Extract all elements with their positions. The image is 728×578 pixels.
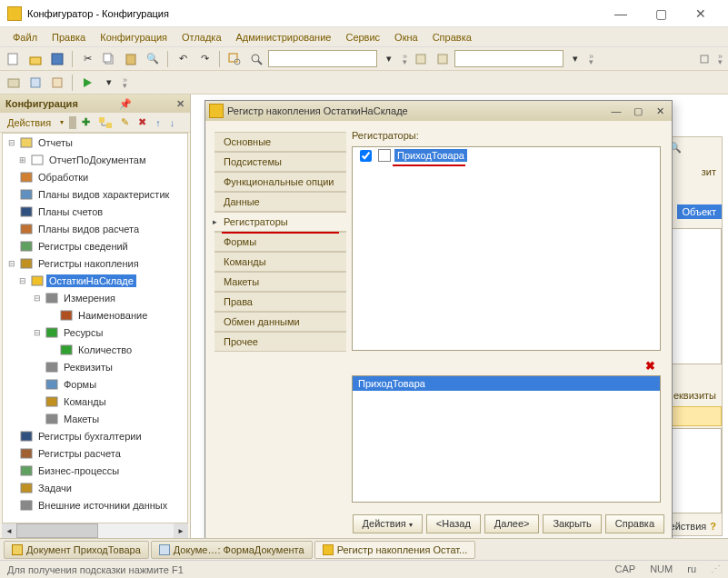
copy-button[interactable] xyxy=(99,49,119,69)
tree-item[interactable]: ⊟Измерения xyxy=(3,289,187,306)
menu-file[interactable]: Файл xyxy=(7,30,43,45)
expand-icon[interactable]: ⊟ xyxy=(6,259,17,268)
window-tab-3[interactable]: Регистр накопления Остат... xyxy=(314,541,476,559)
prop-tab-9[interactable]: Обмен данными xyxy=(214,312,346,332)
back-object-tab[interactable]: Объект xyxy=(677,204,722,219)
dialog-minimize-button[interactable]: — xyxy=(608,104,624,118)
tree-item[interactable]: Бизнес-процессы xyxy=(3,462,187,479)
prop-tab-8[interactable]: Права xyxy=(214,292,346,312)
open-button[interactable] xyxy=(25,49,45,69)
scroll-thumb[interactable] xyxy=(16,523,98,538)
cut-button[interactable]: ✂ xyxy=(77,49,97,69)
expand-icon[interactable]: ⊟ xyxy=(17,276,28,285)
menu-help[interactable]: Справка xyxy=(427,30,477,45)
tree-item[interactable]: ⊟Ресурсы xyxy=(3,324,187,341)
add-item-button[interactable]: ✚ xyxy=(78,116,94,128)
undo-button[interactable]: ↶ xyxy=(173,49,193,69)
redo-button[interactable]: ↷ xyxy=(194,49,214,69)
add-sub-button[interactable] xyxy=(95,117,115,128)
menu-edit[interactable]: Правка xyxy=(46,30,91,45)
status-lang[interactable]: ru xyxy=(687,563,696,575)
expand-icon[interactable]: ⊟ xyxy=(32,294,43,303)
panel-pin-icon[interactable]: 📌 xyxy=(119,98,132,110)
config-button-2[interactable] xyxy=(25,73,45,93)
tree-item[interactable]: Внешние источники данных xyxy=(3,496,187,513)
actions-menu[interactable]: Действия xyxy=(4,117,55,128)
window-tab-2[interactable]: Докуме…: ФормаДокумента xyxy=(151,541,313,559)
tree-item[interactable]: ⊟Регистры накопления xyxy=(3,254,187,272)
back-button[interactable]: <Назад xyxy=(426,514,481,533)
delete-button[interactable]: ✖ xyxy=(135,116,150,128)
expand-icon[interactable]: ⊞ xyxy=(17,155,28,164)
tree-item[interactable]: Обработки xyxy=(3,168,187,185)
overflow-1[interactable]: »▾ xyxy=(401,54,409,65)
registrator-name[interactable]: ПриходТовара xyxy=(394,149,467,162)
dialog-maximize-button[interactable]: ▢ xyxy=(630,104,646,118)
prop-tab-2[interactable]: Функциональные опции xyxy=(214,172,346,192)
tree-item[interactable]: Планы видов характеристик xyxy=(3,185,187,203)
tree-item[interactable]: Команды xyxy=(3,393,187,410)
run-button[interactable] xyxy=(77,73,97,93)
prop-tab-3[interactable]: Данные xyxy=(214,192,346,212)
back-help-icon[interactable]: ? xyxy=(710,521,716,532)
drop1-button[interactable]: ▾ xyxy=(379,49,399,69)
prop-tab-7[interactable]: Макеты xyxy=(214,272,346,292)
tree-item[interactable]: Формы xyxy=(3,375,187,393)
scroll-left-icon[interactable]: ◄ xyxy=(2,523,16,538)
tree-item[interactable]: Планы видов расчета xyxy=(3,220,187,237)
next-button[interactable]: Далее> xyxy=(484,514,540,533)
save-button[interactable] xyxy=(47,49,67,69)
panel-close-icon[interactable]: ✕ xyxy=(176,98,184,110)
overflow-2[interactable]: »▾ xyxy=(587,54,595,65)
expand-icon[interactable]: ⊟ xyxy=(6,138,17,147)
tree-item[interactable]: ⊟Отчеты xyxy=(3,134,187,151)
tree-item[interactable]: Регистры расчета xyxy=(3,444,187,462)
maximize-button[interactable]: ▢ xyxy=(641,1,681,26)
config-button-1[interactable] xyxy=(4,73,24,93)
window-tab-1[interactable]: Документ ПриходТовара xyxy=(4,541,149,559)
run-drop-button[interactable]: ▾ xyxy=(99,73,119,93)
menu-admin[interactable]: Администрирование xyxy=(231,30,337,45)
selected-list[interactable]: ПриходТовара xyxy=(352,375,661,503)
dialog-close-button[interactable]: ✕ xyxy=(652,104,668,118)
menu-debug[interactable]: Отладка xyxy=(176,30,226,45)
help-button[interactable]: Справка xyxy=(605,514,664,533)
config-button-3[interactable] xyxy=(47,73,67,93)
actions-button[interactable]: Действия ▾ xyxy=(353,514,423,533)
tool-b-button[interactable] xyxy=(433,49,453,69)
close-dialog-button[interactable]: Закрыть xyxy=(543,514,601,533)
menu-config[interactable]: Конфигурация xyxy=(95,30,173,45)
prop-tab-6[interactable]: Команды xyxy=(214,252,346,272)
back-actions[interactable]: ействия xyxy=(670,521,707,532)
toolbar-end-button[interactable] xyxy=(694,49,714,69)
tree-item[interactable]: Задачи xyxy=(3,479,187,496)
zoom-box-button[interactable] xyxy=(224,49,244,69)
paste-button[interactable] xyxy=(121,49,141,69)
menu-service[interactable]: Сервис xyxy=(340,30,385,45)
search-button[interactable] xyxy=(246,49,266,69)
menu-windows[interactable]: Окна xyxy=(389,30,424,45)
scroll-right-icon[interactable]: ► xyxy=(174,523,188,538)
prop-tab-10[interactable]: Прочее xyxy=(214,332,346,352)
tree-item[interactable]: Макеты xyxy=(3,410,187,427)
find-button[interactable]: 🔍 xyxy=(143,49,163,69)
minimize-button[interactable]: — xyxy=(601,1,641,26)
tree-hscrollbar[interactable]: ◄ ► xyxy=(2,523,188,538)
search-input-1[interactable] xyxy=(268,50,377,67)
tool-a-button[interactable] xyxy=(411,49,431,69)
remove-button[interactable]: ✖ xyxy=(645,359,655,373)
selected-item[interactable]: ПриходТовара xyxy=(353,376,660,391)
tree-item[interactable]: Планы счетов xyxy=(3,203,187,220)
close-button[interactable]: ✕ xyxy=(681,1,721,26)
prop-tab-0[interactable]: Основные xyxy=(214,132,346,152)
overflow-4[interactable]: »▾ xyxy=(121,77,129,88)
overflow-3[interactable]: »▾ xyxy=(716,54,724,65)
dialog-titlebar[interactable]: Регистр накопления ОстаткиНаСкладе — ▢ ✕ xyxy=(205,101,672,121)
down-button[interactable]: ↓ xyxy=(166,117,179,128)
tree-item[interactable]: Регистры бухгалтерии xyxy=(3,427,187,444)
new-button[interactable] xyxy=(4,49,24,69)
up-button[interactable]: ↑ xyxy=(152,117,165,128)
drop2-button[interactable]: ▾ xyxy=(565,49,585,69)
tree-item[interactable]: Наименование xyxy=(3,306,187,324)
tree-item[interactable]: ⊞ОтчетПоДокументам xyxy=(3,151,187,168)
